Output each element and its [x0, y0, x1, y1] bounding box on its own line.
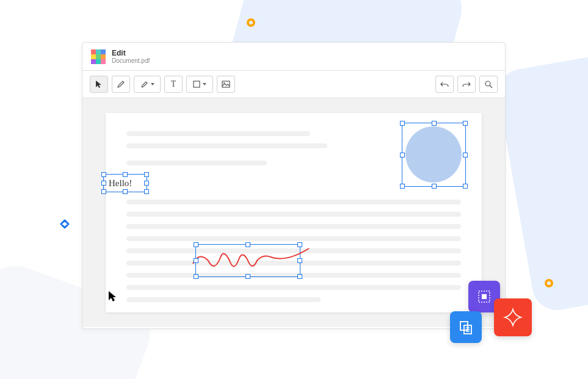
text-tool-button[interactable]: T	[164, 76, 183, 93]
deco-circle-icon	[247, 18, 255, 27]
deco-circle-icon	[545, 279, 553, 287]
toolbar: T	[82, 71, 505, 98]
editor-window: Edit Document.pdf T	[82, 42, 506, 329]
resize-handle[interactable]	[245, 242, 250, 247]
app-logo-icon	[91, 49, 106, 64]
resize-handle[interactable]	[144, 189, 149, 194]
resize-handle[interactable]	[297, 258, 302, 263]
resize-handle[interactable]	[297, 242, 302, 247]
svg-point-3	[485, 81, 490, 86]
selected-text-object[interactable]: Hello!	[103, 174, 147, 192]
resize-handle[interactable]	[123, 189, 128, 194]
scribble-drawing	[190, 242, 312, 279]
resize-handle[interactable]	[101, 172, 106, 177]
text-placeholder	[126, 297, 321, 302]
resize-handle[interactable]	[463, 121, 468, 126]
resize-handle[interactable]	[144, 172, 149, 177]
document-page[interactable]: Hello!	[106, 113, 482, 312]
redo-button[interactable]	[457, 76, 476, 93]
image-tool-button[interactable]	[217, 76, 235, 93]
resize-handle[interactable]	[101, 181, 106, 186]
text-icon: T	[171, 79, 176, 89]
svg-rect-0	[194, 81, 200, 87]
resize-handle[interactable]	[123, 172, 128, 177]
window-header: Edit Document.pdf	[82, 43, 505, 71]
square-icon	[193, 81, 200, 88]
text-placeholder	[126, 200, 461, 204]
resize-handle[interactable]	[297, 274, 302, 279]
highlight-tool-button[interactable]	[134, 76, 161, 93]
filename-label: Document.pdf	[112, 57, 150, 64]
text-placeholder	[126, 143, 327, 148]
resize-handle[interactable]	[432, 121, 437, 126]
svg-rect-1	[222, 81, 230, 87]
redo-icon	[462, 81, 471, 88]
marker-icon	[140, 80, 148, 88]
search-icon	[484, 80, 493, 88]
resize-handle[interactable]	[245, 274, 250, 279]
resize-handle[interactable]	[463, 184, 468, 189]
page-title: Edit	[112, 49, 150, 57]
image-icon	[222, 81, 230, 88]
svg-rect-5	[482, 294, 487, 299]
text-placeholder	[126, 161, 267, 165]
bg-decoration	[495, 52, 588, 314]
resize-handle[interactable]	[463, 153, 468, 157]
resize-handle[interactable]	[194, 258, 198, 263]
selected-scribble-object[interactable]	[195, 244, 300, 277]
text-placeholder	[126, 131, 310, 136]
deco-cross-icon	[59, 218, 69, 228]
select-tool-button[interactable]	[90, 76, 108, 93]
resize-handle[interactable]	[194, 242, 198, 247]
resize-handle[interactable]	[194, 274, 198, 279]
copy-tile[interactable]	[450, 311, 482, 343]
search-button[interactable]	[479, 76, 498, 93]
resize-handle[interactable]	[400, 121, 405, 126]
circle-shape	[405, 126, 462, 182]
star-shape-tile[interactable]	[494, 298, 532, 336]
cursor-icon	[95, 80, 103, 88]
selected-circle-object[interactable]	[402, 123, 466, 187]
resize-handle[interactable]	[400, 153, 405, 157]
canvas-area[interactable]: Hello!	[82, 98, 505, 327]
text-placeholder	[126, 285, 461, 290]
select-all-icon	[477, 289, 492, 304]
resize-handle[interactable]	[432, 184, 437, 189]
star-shape-icon	[503, 307, 523, 328]
chevron-down-icon	[203, 83, 206, 85]
text-placeholder	[126, 224, 461, 229]
draw-tool-button[interactable]	[112, 76, 130, 93]
chevron-down-icon	[151, 83, 154, 85]
resize-handle[interactable]	[101, 189, 106, 194]
text-placeholder	[126, 236, 461, 241]
cursor-pointer-icon	[108, 291, 118, 303]
resize-handle[interactable]	[400, 184, 405, 189]
text-placeholder	[126, 212, 461, 217]
pencil-icon	[117, 80, 125, 88]
resize-handle[interactable]	[144, 181, 149, 186]
undo-button[interactable]	[435, 76, 454, 93]
shape-tool-button[interactable]	[186, 76, 213, 93]
undo-icon	[440, 81, 449, 88]
copy-icon	[458, 319, 474, 335]
